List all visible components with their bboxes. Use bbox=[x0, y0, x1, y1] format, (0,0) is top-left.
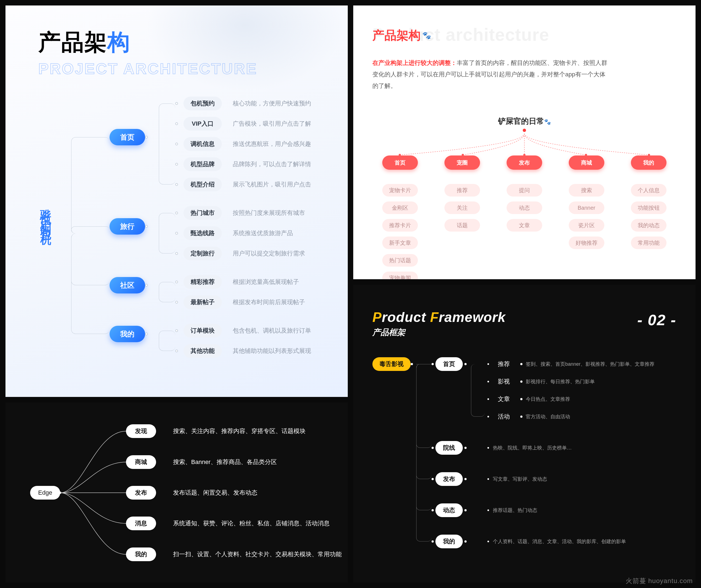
q1-category: 我的 bbox=[109, 326, 145, 342]
q4-desc: 写文章、写影评、发动态 bbox=[493, 472, 547, 486]
q3-category: 商城 bbox=[126, 455, 156, 469]
q4-title-m1: roduct bbox=[382, 310, 430, 325]
q2-paragraph: 在产业构架上进行较大的调整：丰富了首页的内容，醒目的功能区、宠物卡片、按照人群变… bbox=[373, 57, 608, 91]
q4-category: 发布 bbox=[435, 472, 463, 486]
q1-leaf-desc: 广告模块，吸引用户点击了解 bbox=[233, 117, 311, 130]
dot-icon bbox=[432, 447, 434, 449]
q2-column: 发布提问动态文章 bbox=[497, 156, 552, 279]
q4-leaf: 文章 bbox=[491, 392, 517, 406]
dot-icon bbox=[145, 136, 148, 138]
q4-tree: 毒舌影视 首页推荐签到、搜索、首页banner、影视推荐、热门影单、文章推荐影视… bbox=[373, 357, 676, 582]
q1-title: 产品架构 bbox=[38, 27, 320, 57]
dot-icon bbox=[520, 363, 522, 365]
dot-icon bbox=[464, 540, 467, 543]
bullet-icon bbox=[487, 478, 489, 480]
q4-subtitle: 产品框架 bbox=[373, 327, 676, 338]
svg-point-4 bbox=[648, 154, 650, 156]
dot-icon bbox=[175, 232, 178, 235]
dot-icon bbox=[175, 212, 178, 214]
q2-title-text: 产品架构 bbox=[373, 28, 421, 42]
wire bbox=[71, 137, 109, 234]
q2-column: 我的个人信息功能按钮我的动态常用功能 bbox=[621, 156, 676, 279]
q1-leaf: 机型品牌 bbox=[184, 158, 222, 171]
q4-leaf: 影视 bbox=[491, 375, 517, 388]
q2-column: 商城搜索Banner瓷片区好物推荐 bbox=[558, 156, 614, 279]
q2-col-item: 常用功能 bbox=[631, 237, 667, 249]
dot-icon bbox=[432, 509, 434, 511]
q4-title: Product Framework bbox=[373, 309, 676, 325]
q2-root-label: 铲屎官的日常 bbox=[498, 117, 544, 125]
bullet-icon bbox=[487, 363, 489, 365]
dot-icon bbox=[145, 225, 148, 228]
q1-leaf-desc: 用户可以提交定制旅行需求 bbox=[233, 247, 305, 260]
q2-col-head: 我的 bbox=[631, 156, 667, 170]
q1-root: 骅悦定制包机 bbox=[38, 201, 53, 230]
dot-icon bbox=[432, 540, 434, 543]
dot-icon bbox=[145, 284, 148, 287]
q3-category: 发现 bbox=[126, 424, 156, 438]
q2-col-item: 话题 bbox=[444, 219, 480, 232]
q2-fan-lines bbox=[373, 133, 676, 156]
q4-category: 院线 bbox=[435, 441, 463, 455]
wire bbox=[71, 226, 109, 234]
q1-category: 社区 bbox=[109, 277, 145, 293]
dot-icon bbox=[175, 163, 178, 166]
q1-leaf-desc: 推送优惠航班，用户会感兴趣 bbox=[233, 137, 311, 151]
q2-col-item: 功能按钮 bbox=[631, 202, 667, 214]
dot-icon bbox=[523, 129, 526, 132]
q1-leaf: 定制旅行 bbox=[184, 247, 222, 260]
q1-subtitle: PROJECT ARCHITECTURE bbox=[38, 60, 320, 77]
q4-root: 毒舌影视 bbox=[373, 357, 411, 371]
q4-category: 首页 bbox=[435, 357, 463, 371]
q2-col-head: 发布 bbox=[507, 156, 542, 170]
q1-leaf: 甄选线路 bbox=[184, 226, 222, 240]
bullet-icon bbox=[487, 416, 489, 417]
q1-leaf: 其他功能 bbox=[184, 344, 222, 358]
q1-category: 首页 bbox=[109, 129, 145, 145]
q3-desc: 系统通知、获赞、评论、粉丝、私信、店铺消息、活动消息 bbox=[173, 517, 330, 530]
q2-col-item: 推荐卡片 bbox=[382, 219, 418, 232]
dot-icon bbox=[464, 509, 467, 511]
q4-desc: 推荐话题、热门动态 bbox=[493, 504, 537, 517]
q3-desc: 搜索、Banner、推荐商品、各品类分区 bbox=[173, 455, 277, 469]
q2-col-item: 宠物趣闻 bbox=[382, 272, 418, 279]
panel-red-architecture: Product architecture 产品架构🐾 在产业构架上进行较大的调整… bbox=[353, 5, 696, 279]
wire bbox=[159, 331, 175, 351]
q2-col-head: 宠圈 bbox=[444, 156, 480, 170]
svg-point-2 bbox=[523, 154, 525, 156]
q1-title-blue: 构 bbox=[107, 30, 130, 54]
q3-category: 我的 bbox=[126, 548, 156, 561]
q2-col-item: 搜索 bbox=[569, 184, 604, 197]
q1-category: 旅行 bbox=[109, 218, 145, 235]
q4-desc: 今日热点、文章推荐 bbox=[526, 392, 570, 406]
svg-point-0 bbox=[399, 154, 401, 156]
q1-leaf-desc: 品牌陈列，可以点击了解详情 bbox=[233, 158, 311, 171]
dot-icon bbox=[464, 363, 467, 365]
q2-col-head: 首页 bbox=[382, 156, 418, 170]
q3-root: Edge bbox=[30, 486, 60, 500]
q1-leaf-desc: 包含包机、调机以及旅行订单 bbox=[233, 324, 311, 337]
q1-tree: 骅悦定制包机 首页包机预约核心功能，方便用户快速预约VIP入口广告模块，吸引用户… bbox=[38, 97, 320, 384]
dot-icon bbox=[175, 281, 178, 283]
q4-leaf: 推荐 bbox=[491, 357, 517, 371]
q2-col-item: 关注 bbox=[444, 202, 480, 214]
q2-column: 首页宠物卡片金刚区推荐卡片新手文章热门话题宠物趣闻 bbox=[373, 156, 428, 279]
q4-category: 动态 bbox=[435, 504, 463, 517]
q4-desc: 个人资料、话题、消息、文章、活动、我的影库、创建的影单 bbox=[493, 535, 626, 548]
dot-icon bbox=[175, 183, 178, 186]
bullet-icon bbox=[487, 381, 489, 382]
q1-leaf: 调机信息 bbox=[184, 137, 222, 151]
bullet-icon bbox=[487, 447, 489, 449]
q1-leaf: 订单模块 bbox=[184, 324, 222, 337]
q4-title-y2: F bbox=[430, 310, 439, 325]
dot-icon bbox=[432, 478, 434, 480]
q2-col-item: 宠物卡片 bbox=[382, 184, 418, 197]
dot-icon bbox=[464, 447, 467, 449]
q2-col-item: 热门话题 bbox=[382, 254, 418, 267]
q3-category: 消息 bbox=[126, 517, 156, 530]
q4-leaf: 活动 bbox=[491, 410, 517, 423]
q1-leaf: VIP入口 bbox=[184, 117, 222, 130]
q4-desc: 签到、搜索、首页banner、影视推荐、热门影单、文章推荐 bbox=[526, 357, 655, 371]
q2-root: 铲屎官的日常🐾 bbox=[373, 116, 676, 132]
q4-title-y1: P bbox=[373, 310, 382, 325]
